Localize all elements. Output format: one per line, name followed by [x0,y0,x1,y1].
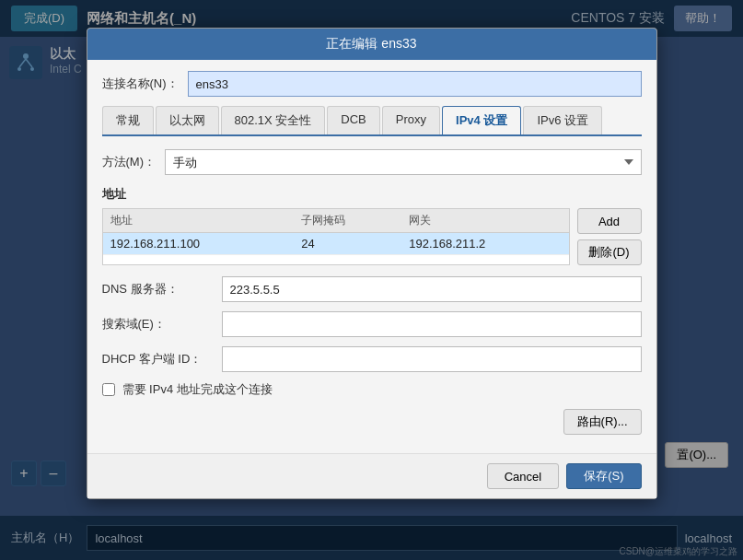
checkbox-label: 需要 IPv4 地址完成这个连接 [122,381,273,398]
table-row[interactable]: 192.168.211.100 24 192.168.211.2 [103,233,569,255]
method-select[interactable]: 手动 [165,149,642,175]
dialog-titlebar: 正在编辑 ens33 [87,29,656,60]
dialog-overlay: 正在编辑 ens33 连接名称(N)： 常规 以太网 802.1X 安全性 DC… [0,0,743,560]
tab-8021x[interactable]: 802.1X 安全性 [221,106,326,134]
save-button[interactable]: 保存(S) [566,463,641,489]
ipv4-required-checkbox[interactable] [102,383,115,396]
edit-connection-dialog: 正在编辑 ens33 连接名称(N)： 常规 以太网 802.1X 安全性 DC… [87,28,657,499]
route-row: 路由(R)... [102,409,642,435]
search-label: 搜索域(E)： [102,316,213,332]
dialog-footer: Cancel 保存(S) [87,453,656,498]
address-buttons: Add 删除(D) [577,208,642,265]
method-label: 方法(M)： [102,154,157,170]
dhcp-row: DHCP 客户端 ID： [102,346,642,372]
address-section-title: 地址 [102,186,642,203]
conn-name-label: 连接名称(N)： [102,76,179,92]
add-address-button[interactable]: Add [577,208,642,234]
dialog-body: 连接名称(N)： 常规 以太网 802.1X 安全性 DCB Proxy IPv… [87,60,656,453]
connection-name-row: 连接名称(N)： [102,71,642,97]
tab-bar: 常规 以太网 802.1X 安全性 DCB Proxy IPv4 设置 IPv6… [102,106,642,136]
search-domain-row: 搜索域(E)： [102,311,642,337]
tab-ipv4[interactable]: IPv4 设置 [442,106,521,134]
method-row: 方法(M)： 手动 [102,149,642,175]
col-mask: 子网掩码 [294,209,401,233]
route-button[interactable]: 路由(R)... [563,409,642,435]
dns-input[interactable] [222,276,642,302]
address-container: 地址 子网掩码 网关 192.168.211.100 24 192.168.21… [102,208,642,265]
dhcp-input[interactable] [222,346,642,372]
col-addr: 地址 [103,209,295,233]
tab-dcb[interactable]: DCB [327,106,379,134]
checkbox-row: 需要 IPv4 地址完成这个连接 [102,381,642,398]
delete-address-button[interactable]: 删除(D) [577,239,642,265]
tab-general[interactable]: 常规 [102,106,154,134]
search-input[interactable] [222,311,642,337]
tab-ipv6[interactable]: IPv6 设置 [523,106,602,134]
dns-label: DNS 服务器： [102,281,213,298]
tab-ethernet[interactable]: 以太网 [156,106,219,134]
conn-name-input[interactable] [188,71,642,97]
col-gateway: 网关 [401,209,568,233]
tab-proxy[interactable]: Proxy [382,106,440,134]
cancel-button[interactable]: Cancel [487,463,559,489]
addr-cell: 192.168.211.100 [103,233,295,255]
address-table: 地址 子网掩码 网关 192.168.211.100 24 192.168.21… [103,209,569,255]
gateway-cell: 192.168.211.2 [401,233,568,255]
mask-cell: 24 [294,233,401,255]
dhcp-label: DHCP 客户端 ID： [102,351,213,368]
dns-row: DNS 服务器： [102,276,642,302]
address-table-wrap: 地址 子网掩码 网关 192.168.211.100 24 192.168.21… [102,208,570,265]
